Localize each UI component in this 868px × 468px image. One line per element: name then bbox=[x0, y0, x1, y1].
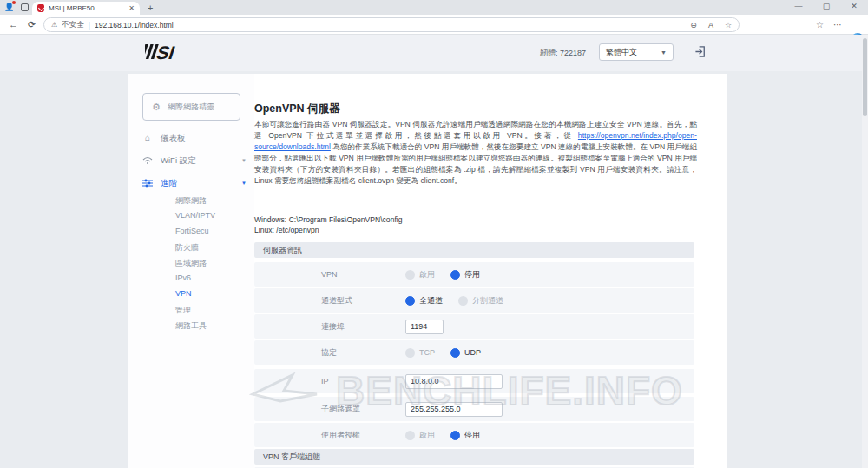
sidebar-item-dashboard[interactable]: ⌂ 儀表板 bbox=[142, 131, 247, 145]
install-paths: Windows: C:\Program Files\OpenVPN\config… bbox=[254, 214, 403, 235]
new-tab-button[interactable]: + bbox=[148, 3, 153, 13]
gear-icon: ⚙ bbox=[152, 102, 161, 112]
divider: | bbox=[89, 21, 90, 30]
field-label: 使用者授權 bbox=[321, 430, 360, 441]
radio-option-udp[interactable]: UDP bbox=[450, 348, 481, 358]
radio-icon bbox=[405, 296, 415, 306]
page-title: OpenVPN 伺服器 bbox=[254, 102, 340, 116]
form-row-tunnel-type: 通道型式 全通道 分割通道 bbox=[254, 288, 694, 313]
sidebar-item-wifi[interactable]: WiFi 設定 ▼ bbox=[142, 154, 247, 168]
tab-search-icon[interactable] bbox=[21, 3, 29, 11]
warning-icon[interactable]: ⚠ bbox=[51, 21, 57, 29]
sidebar-item-vpn[interactable]: VPN bbox=[175, 289, 192, 298]
port-input[interactable] bbox=[405, 320, 444, 334]
radio-option-full-tunnel[interactable]: 全通道 bbox=[405, 295, 443, 307]
section-client-config: VPN 客戶端組態 bbox=[254, 449, 694, 465]
wizard-label: 網際網路精靈 bbox=[168, 102, 214, 113]
sidebar-item-lan[interactable]: 區域網路 bbox=[175, 258, 207, 269]
radio-option-disable[interactable]: 停用 bbox=[450, 269, 480, 280]
logout-icon[interactable] bbox=[694, 45, 707, 58]
page-scrollbar[interactable] bbox=[862, 35, 868, 468]
field-label: 子網路遮罩 bbox=[321, 404, 360, 415]
section-server-info: 伺服器資訊 bbox=[254, 242, 694, 258]
radio-icon bbox=[450, 431, 460, 440]
refresh-button[interactable]: ⟳ bbox=[28, 19, 36, 30]
tab-title: MSI | MRBE50 bbox=[49, 4, 124, 12]
radio-icon bbox=[405, 348, 415, 358]
sidebar: ⚙ 網際網路精靈 ⌂ 儀表板 WiFi 設定 ▼ 進階 bbox=[128, 74, 254, 468]
sidebar-item-admin[interactable]: 管理 bbox=[175, 305, 191, 316]
wifi-icon bbox=[142, 156, 153, 165]
form-row-protocol: 協定 TCP UDP bbox=[254, 340, 694, 365]
radio-option-disable[interactable]: 停用 bbox=[450, 430, 480, 441]
ip-input[interactable] bbox=[405, 374, 503, 389]
notification-dot bbox=[12, 1, 16, 4]
field-label: 通道型式 bbox=[321, 295, 352, 307]
browser-tab-bar: 👤 MSI | MRBE50 ✕ + — ▢ ✕ bbox=[0, 0, 868, 15]
language-select[interactable]: 繁體中文 ▼ bbox=[599, 43, 674, 61]
browser-profile-icon[interactable]: 👤 bbox=[4, 3, 14, 12]
close-tab-icon[interactable]: ✕ bbox=[128, 4, 135, 12]
form-row-vpn: VPN 啟用 停用 bbox=[254, 262, 694, 287]
chevron-down-icon: ▼ bbox=[661, 49, 667, 56]
radio-icon bbox=[405, 270, 415, 280]
router-admin-page: SI 韌體: 722187 繁體中文 ▼ ⚙ 網際網路精靈 ⌂ 儀表板 bbox=[0, 35, 868, 468]
sidebar-item-vlan-iptv[interactable]: VLAN/IPTV bbox=[175, 211, 215, 220]
sidebar-item-internet-wizard[interactable]: ⚙ 網際網路精靈 bbox=[142, 93, 240, 121]
firmware-version: 韌體: 722187 bbox=[540, 48, 586, 59]
chevron-down-icon: ▼ bbox=[241, 181, 247, 186]
msi-logo: SI bbox=[145, 40, 187, 64]
window-maximize-button[interactable]: ▢ bbox=[816, 2, 837, 10]
subnet-mask-input[interactable] bbox=[405, 402, 503, 417]
settings-more-icon[interactable]: ⋯ bbox=[833, 20, 842, 30]
radio-option-split-tunnel[interactable]: 分割通道 bbox=[458, 295, 503, 307]
form-row-user-auth: 使用者授權 啟用 停用 bbox=[254, 423, 694, 447]
browser-tab[interactable]: MSI | MRBE50 ✕ bbox=[32, 2, 140, 15]
window-close-button[interactable]: ✕ bbox=[844, 2, 865, 10]
sidebar-item-fortisecu[interactable]: FortiSecu bbox=[175, 227, 209, 235]
field-label: 協定 bbox=[321, 347, 337, 359]
sidebar-item-firewall[interactable]: 防火牆 bbox=[175, 242, 199, 254]
read-aloud-icon[interactable]: A bbox=[708, 21, 713, 30]
zoom-out-icon[interactable]: ⊖ bbox=[690, 21, 697, 30]
scrollbar-thumb[interactable] bbox=[863, 38, 867, 116]
form-row-ip: IP bbox=[254, 369, 694, 393]
field-label: 連接埠 bbox=[321, 321, 345, 333]
radio-option-enable[interactable]: 啟用 bbox=[405, 269, 435, 280]
bookmark-star-icon[interactable]: ☆ bbox=[725, 21, 732, 30]
collections-icon[interactable]: ☆ bbox=[816, 20, 824, 30]
home-icon: ⌂ bbox=[142, 134, 153, 142]
field-label: IP bbox=[321, 377, 329, 386]
radio-icon bbox=[450, 348, 460, 358]
radio-icon bbox=[405, 431, 415, 440]
form-row-port: 連接埠 bbox=[254, 314, 694, 339]
sidebar-item-internet[interactable]: 網際網路 bbox=[175, 195, 207, 207]
language-value: 繁體中文 bbox=[606, 47, 637, 58]
browser-toolbar: ← ⟳ ⚠ 不安全 | 192.168.10.1/index.html ⊖ A … bbox=[0, 15, 868, 35]
radio-icon bbox=[458, 296, 468, 306]
url-text[interactable]: 192.168.10.1/index.html bbox=[95, 21, 679, 30]
radio-icon bbox=[450, 270, 460, 280]
sidebar-item-advanced[interactable]: 進階 ▼ bbox=[142, 176, 247, 190]
sidebar-item-network-tools[interactable]: 網路工具 bbox=[175, 320, 207, 332]
content-card: ⚙ 網際網路精靈 ⌂ 儀表板 WiFi 設定 ▼ 進階 bbox=[128, 74, 727, 468]
back-button[interactable]: ← bbox=[9, 19, 18, 30]
msi-favicon-icon bbox=[37, 4, 44, 12]
window-minimize-button[interactable]: — bbox=[788, 2, 809, 10]
radio-option-tcp[interactable]: TCP bbox=[405, 348, 435, 358]
address-bar[interactable]: ⚠ 不安全 | 192.168.10.1/index.html ⊖ A ☆ bbox=[43, 17, 740, 32]
page-header: SI 韌體: 722187 繁體中文 ▼ bbox=[0, 35, 868, 71]
sidebar-item-ipv6[interactable]: IPv6 bbox=[175, 274, 191, 282]
radio-option-enable[interactable]: 啟用 bbox=[405, 430, 435, 441]
field-label: VPN bbox=[321, 270, 338, 279]
form-row-subnet-mask: 子網路遮罩 bbox=[254, 397, 694, 421]
windows-path: Windows: C:\Program Files\OpenVPN\config bbox=[254, 214, 403, 225]
sliders-icon bbox=[142, 179, 153, 188]
linux-path: Linux: /etc/openvpn bbox=[254, 225, 403, 235]
chevron-down-icon: ▼ bbox=[241, 158, 247, 163]
security-label: 不安全 bbox=[62, 20, 84, 30]
description: 本節可讓您進行路由器 VPN 伺服器設定。VPN 伺服器允許遠端用戶端透過網際網… bbox=[254, 119, 697, 187]
